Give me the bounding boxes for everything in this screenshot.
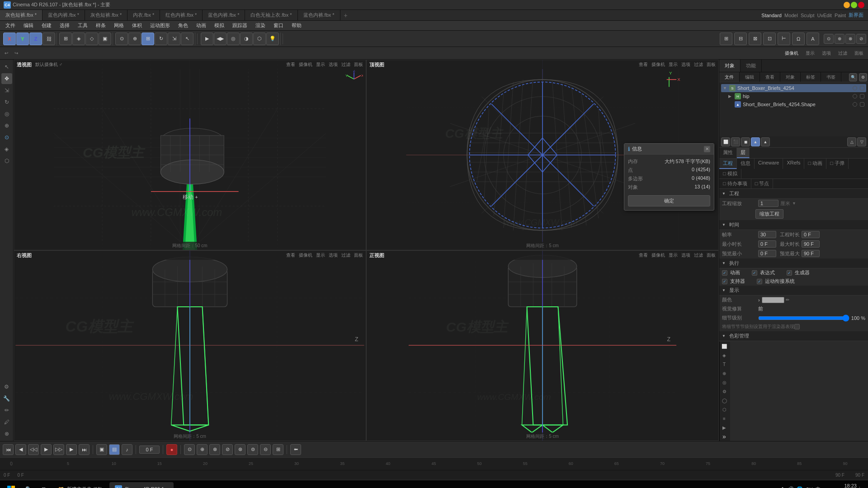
taskbar-folder[interactable]: 📁 新建文件夹 (19)	[52, 482, 108, 488]
tb2-icon2[interactable]: 显示	[803, 48, 817, 58]
rsi-icon5[interactable]: ◎	[720, 378, 729, 387]
prop-subtab-anim[interactable]: □ 动画	[804, 159, 826, 169]
panel-tab-object[interactable]: 对象	[719, 60, 741, 72]
scale-project-btn[interactable]: 缩放工程	[755, 209, 783, 219]
vp-top-cam[interactable]: 摄像机	[651, 61, 665, 68]
sidebar-bottom1-icon[interactable]: ⚙	[1, 381, 12, 392]
anim-audio[interactable]: ♪	[122, 444, 132, 455]
prop-color-swatch[interactable]	[762, 297, 784, 303]
obj-search-btn[interactable]: 🔍	[849, 73, 857, 81]
sidebar-rotate-icon[interactable]: ↻	[1, 97, 12, 108]
taskbar-search[interactable]: 🔍	[20, 482, 34, 488]
tree-item-2[interactable]: ▲ Short_Boxer_Briefs_4254.Shape	[726, 100, 866, 108]
sidebar-bottom5-icon[interactable]: ⊗	[1, 428, 12, 439]
sidebar-scale-icon[interactable]: ⇲	[1, 85, 12, 96]
obj-setting-btn[interactable]: ⚙	[859, 73, 867, 81]
shape-ico4[interactable]: ▲	[751, 137, 760, 146]
scale-btn[interactable]: ⇲	[168, 33, 180, 45]
vp-right-display[interactable]: 显示	[316, 252, 325, 258]
viewport-perspective[interactable]: 透视图 默认摄像机 ♂ 查看 摄像机 显示 选项 过滤 面板	[14, 60, 366, 250]
tab-paint-label[interactable]: Paint	[835, 13, 846, 18]
vp-front-panel[interactable]: 面板	[707, 252, 716, 258]
prop-subtab-cineware[interactable]: Cineware	[755, 159, 783, 169]
viewport-front[interactable]: 正视图 查看 摄像机 显示 选项 过滤 面板	[366, 250, 719, 441]
rsi-icon8[interactable]: ⬡	[720, 405, 729, 414]
prop-tab-layer[interactable]: 层	[737, 148, 750, 158]
tree-vis-1[interactable]	[853, 94, 857, 99]
tb-icon3[interactable]: ⊠	[749, 33, 761, 45]
vp-front-display[interactable]: 显示	[669, 252, 678, 258]
rsi-icon3[interactable]: T	[720, 360, 729, 369]
shape-ico3[interactable]: ◼	[741, 137, 750, 146]
rsi-icon6[interactable]: ⚙	[720, 387, 729, 396]
tray-icon2[interactable]: 🔊	[788, 486, 794, 488]
vp-top-view[interactable]: 查看	[639, 61, 648, 68]
sidebar-tool5-icon[interactable]: ⬡	[1, 155, 12, 166]
anim-key1[interactable]: ⊙	[184, 444, 195, 455]
rsi-icon9[interactable]: ≡	[720, 414, 729, 423]
subtab-bookmark[interactable]: 书签	[821, 72, 841, 82]
menu-simulate[interactable]: 模拟	[211, 21, 228, 30]
tray-lang-ch[interactable]: CH	[806, 487, 813, 488]
rsi-icon4[interactable]: ⊕	[720, 369, 729, 378]
timeline[interactable]: 0 5 10 15 20 25 30 35 40 45 50 55 60 65 …	[0, 457, 868, 470]
sidebar-tool4-icon[interactable]: ◈	[1, 144, 12, 155]
sidebar-move-icon[interactable]: ✥	[1, 73, 12, 84]
vp-persp-filter[interactable]: 过滤	[341, 61, 350, 68]
anim-key3[interactable]: ⊗	[209, 444, 220, 455]
rotate-btn[interactable]: ↻	[155, 33, 167, 45]
vp-right-panel[interactable]: 面板	[354, 252, 363, 258]
tray-icon1[interactable]: ⬆	[780, 486, 785, 488]
tb2-icon5[interactable]: 面板	[852, 48, 866, 58]
vp-right-view[interactable]: 查看	[286, 252, 295, 258]
anim-mode1[interactable]: ▣	[96, 444, 107, 455]
sidebar-tool2-icon[interactable]: ⊕	[1, 120, 12, 131]
tab-new-ui[interactable]: 新界面	[849, 12, 863, 19]
menu-mograph[interactable]: 运动图形	[146, 21, 174, 30]
prop-unit-dropdown[interactable]: ▼	[792, 201, 796, 206]
tb2-icon1[interactable]: 摄像机	[782, 48, 801, 58]
menu-select[interactable]: 选择	[56, 21, 73, 30]
tab-model-label[interactable]: Model	[784, 13, 798, 18]
prop-mintime-input[interactable]	[758, 240, 776, 248]
prop-subtab-info[interactable]: 信息	[737, 159, 755, 169]
sidebar-bottom4-icon[interactable]: 🖊	[1, 417, 12, 427]
menu-volume[interactable]: 体积	[128, 21, 146, 30]
section-project-header[interactable]: ▼ 工程	[719, 189, 868, 199]
axis-x-btn[interactable]: X	[3, 33, 16, 45]
edge-mode-btn[interactable]: ◇	[85, 33, 98, 45]
subtab-edit[interactable]: 编辑	[740, 72, 760, 82]
tree-lock-2[interactable]	[860, 102, 864, 107]
sidebar-select-icon[interactable]: ↖	[1, 61, 12, 72]
subtab-object[interactable]: 对象	[780, 72, 801, 82]
axis-link-btn[interactable]: ⛓	[42, 33, 55, 45]
checkbox-expression[interactable]	[752, 270, 757, 276]
tree-item-1[interactable]: ▶ H hip	[726, 92, 866, 100]
sidebar-bottom2-icon[interactable]: 🔧	[1, 393, 12, 404]
move-btn[interactable]: ⊞	[142, 33, 154, 45]
prop-worktime-input[interactable]	[802, 231, 820, 238]
sidebar-tool3-icon[interactable]: ⊙	[1, 132, 12, 143]
anim-extra1[interactable]: ⬅	[290, 444, 301, 455]
tab-3[interactable]: 内衣.fbx *	[127, 10, 160, 20]
taskbar-time[interactable]: 18:23 2024/2/23 周五	[823, 483, 857, 488]
vp-top-filter[interactable]: 过滤	[694, 61, 703, 68]
panel-tab-function[interactable]: 功能	[741, 60, 762, 72]
checkbox-generator[interactable]	[787, 270, 792, 276]
snap2-btn[interactable]: ⊕	[128, 33, 141, 45]
shape-ico6[interactable]: △	[847, 137, 856, 146]
poly-mode-btn[interactable]: ▣	[99, 33, 111, 45]
section-exec-header[interactable]: ▼ 执行	[719, 258, 868, 268]
anim-key8[interactable]: ⊞	[273, 444, 283, 455]
prop-fps-input[interactable]	[758, 231, 776, 238]
subtab-view[interactable]: 查看	[760, 72, 780, 82]
light-btn[interactable]: 💡	[266, 33, 279, 45]
viewport-right[interactable]: 右视图 查看 摄像机 显示 选项 过滤 面板	[14, 250, 366, 441]
tab-sculpt-label[interactable]: Sculpt	[801, 13, 815, 18]
tb-extra3[interactable]: ⊗	[845, 34, 855, 44]
anim-key5[interactable]: ⊛	[235, 444, 245, 455]
anim-key2[interactable]: ⊕	[197, 444, 208, 455]
prop-color-pencil[interactable]: ✏	[784, 297, 791, 303]
tab-2[interactable]: 灰色短裤.fbx *	[85, 10, 127, 20]
menu-render[interactable]: 渲染	[252, 21, 269, 30]
